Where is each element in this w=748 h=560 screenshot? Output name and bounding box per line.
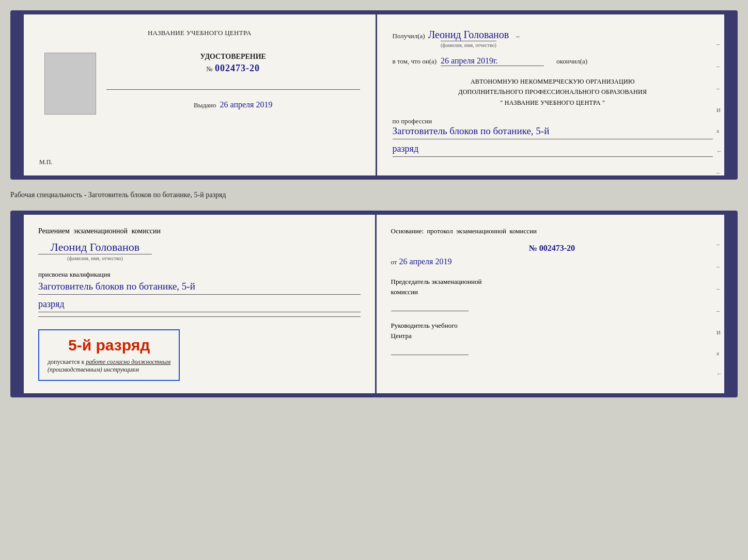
osnovaniye-text: Основание: протокол экзаменационной коми… bbox=[391, 227, 713, 235]
protocol-value: 002473-20 bbox=[539, 244, 575, 252]
vtom-line: в том, что он(а) 26 апреля 2019г. окончи… bbox=[393, 56, 713, 66]
vydano-line: Выдано 26 апреля 2019 bbox=[106, 100, 360, 109]
ot-date: 26 апреля 2019 bbox=[399, 257, 452, 266]
komissii-label: комиссии bbox=[391, 287, 713, 297]
doc-right-edge-top bbox=[724, 14, 734, 175]
stamp-grade: 5-й разряд bbox=[48, 337, 170, 354]
mp-label: М.П. bbox=[39, 158, 52, 166]
tsentra-label: Центра bbox=[391, 331, 713, 341]
dash-top: – bbox=[516, 32, 520, 40]
top-document: НАЗВАНИЕ УЧЕБНОГО ЦЕНТРА УДОСТОВЕРЕНИЕ №… bbox=[10, 10, 738, 180]
ruk-label: Руководитель учебного bbox=[391, 321, 713, 331]
profession-top: Заготовитель блоков по ботанике, 5-й bbox=[393, 125, 713, 139]
bottom-fio-sub: (фамилия, имя, отчество) bbox=[38, 254, 152, 261]
predsed-block: Председатель экзаменационной комиссии bbox=[391, 277, 713, 311]
predsed-label: Председатель экзаменационной bbox=[391, 277, 713, 287]
dopuskaetsya-text: работе согласно должностным bbox=[86, 358, 170, 365]
protocol-number: № 002473-20 bbox=[391, 244, 713, 253]
poluchil-label: Получил(а) bbox=[393, 32, 425, 40]
org-block: АВТОНОМНУЮ НЕКОММЕРЧЕСКУЮ ОРГАНИЗАЦИЮ ДО… bbox=[393, 76, 713, 108]
vtom-label: в том, что он(а) bbox=[393, 57, 437, 66]
stamp-dopuskaetsya: допускается к работе согласно должностны… bbox=[48, 358, 170, 366]
ot-label: от bbox=[391, 258, 397, 266]
predsed-signature bbox=[391, 301, 469, 311]
udostoverenie-section: УДОСТОВЕРЕНИЕ № 002473-20 bbox=[106, 53, 360, 74]
stamp-box: 5-й разряд допускается к работе согласно… bbox=[38, 329, 180, 381]
poluchil-name: Леонид Голованов bbox=[428, 29, 509, 41]
instruktsii-text: (производственным) инструкциям bbox=[48, 366, 170, 374]
top-right-panel: Получил(а) Леонид Голованов (фамилия, им… bbox=[377, 14, 734, 175]
poluchil-line: Получил(а) Леонид Голованов (фамилия, им… bbox=[393, 29, 713, 48]
poprofessii-label: по профессии bbox=[393, 117, 713, 125]
top-left-panel: НАЗВАНИЕ УЧЕБНОГО ЦЕНТРА УДОСТОВЕРЕНИЕ №… bbox=[24, 14, 377, 175]
fio-sub-top: (фамилия, имя, отчество) bbox=[441, 41, 496, 48]
separator-text: Рабочая специальность - Заготовитель бло… bbox=[10, 189, 738, 201]
doc-spine-top bbox=[14, 14, 24, 175]
vydano-date: 26 апреля 2019 bbox=[220, 100, 273, 109]
certificate-label: УДОСТОВЕРЕНИЕ bbox=[106, 53, 360, 61]
photo-placeholder bbox=[44, 53, 96, 115]
doc-right-edge-bottom bbox=[724, 215, 734, 393]
prisvoyena-text: присвоена квалификация bbox=[38, 270, 361, 279]
page-wrapper: НАЗВАНИЕ УЧЕБНОГО ЦЕНТРА УДОСТОВЕРЕНИЕ №… bbox=[10, 10, 738, 397]
bottom-left-panel: Решением экзаменационной комиссии Леонид… bbox=[24, 215, 377, 393]
vtom-date: 26 апреля 2019г. bbox=[441, 56, 544, 66]
dopuskaetsya-label: допускается к bbox=[48, 358, 84, 365]
okonchil-label: окончил(а) bbox=[556, 57, 587, 66]
org-line2: ДОПОЛНИТЕЛЬНОГО ПРОФЕССИОНАЛЬНОГО ОБРАЗО… bbox=[393, 87, 713, 97]
doc-spine-bottom bbox=[14, 215, 24, 393]
profession-bottom: Заготовитель блоков по ботанике, 5-й bbox=[38, 281, 361, 295]
vydano-label: Выдано bbox=[194, 101, 216, 109]
bottom-fio: Леонид Голованов bbox=[51, 241, 139, 254]
razryad-top: разряд bbox=[393, 143, 713, 157]
number-prefix-top: № bbox=[207, 65, 213, 73]
certificate-number-top: 002473-20 bbox=[215, 63, 260, 73]
resheniem-text: Решением экзаменационной комиссии bbox=[38, 227, 361, 235]
ruk-block: Руководитель учебного Центра bbox=[391, 321, 713, 355]
razryad-bottom: разряд bbox=[38, 299, 361, 312]
right-marks-bottom: – – – – И а ← – – – – bbox=[716, 241, 722, 397]
top-left-title: НАЗВАНИЕ УЧЕБНОГО ЦЕНТРА bbox=[148, 29, 252, 37]
bottom-document: Решением экзаменационной комиссии Леонид… bbox=[10, 211, 738, 397]
ruk-signature bbox=[391, 345, 469, 355]
org-line1: АВТОНОМНУЮ НЕКОММЕРЧЕСКУЮ ОРГАНИЗАЦИЮ bbox=[393, 76, 713, 87]
right-marks-top: – – – И а ← – – – – bbox=[716, 40, 722, 180]
org-line3: " НАЗВАНИЕ УЧЕБНОГО ЦЕНТРА " bbox=[393, 98, 713, 108]
protocol-prefix: № bbox=[529, 244, 537, 252]
bottom-right-panel: Основание: протокол экзаменационной коми… bbox=[377, 215, 734, 393]
poprofessii-block: по профессии Заготовитель блоков по бота… bbox=[393, 117, 713, 157]
ot-line: от 26 апреля 2019 bbox=[391, 257, 713, 266]
